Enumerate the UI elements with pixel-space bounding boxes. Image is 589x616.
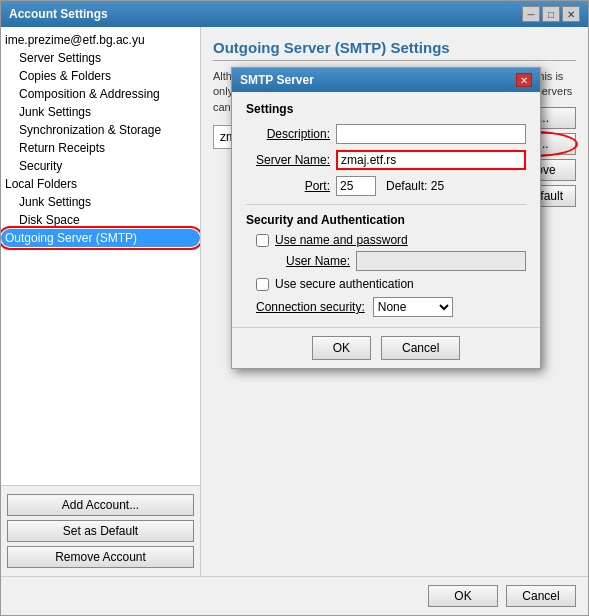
account-settings-window: Account Settings ─ □ ✕ ime.prezime@etf.b… — [0, 0, 589, 616]
default-port-label: Default: 25 — [386, 179, 444, 193]
connection-security-row: Connection security: None STARTTLS SSL/T… — [246, 297, 526, 317]
sidebar-item-junk-settings-2[interactable]: Junk Settings — [1, 193, 200, 211]
use-name-password-checkbox[interactable] — [256, 234, 269, 247]
account-label: ime.prezime@etf.bg.ac.yu — [5, 33, 145, 47]
dialog-footer: OK Cancel — [232, 327, 540, 368]
user-name-label: User Name: — [266, 254, 356, 268]
sidebar-item-local-folders[interactable]: Local Folders — [1, 175, 200, 193]
sidebar-item-sync-storage[interactable]: Synchronization & Storage — [1, 121, 200, 139]
port-label: Port: — [246, 179, 336, 193]
title-bar: Account Settings ─ □ ✕ — [1, 1, 588, 27]
settings-section-title: Settings — [246, 102, 526, 116]
sidebar-item-disk-space[interactable]: Disk Space — [1, 211, 200, 229]
sidebar-footer: Add Account... Set as Default Remove Acc… — [1, 485, 200, 576]
user-name-input[interactable] — [356, 251, 526, 271]
use-secure-auth-label: Use secure authentication — [275, 277, 414, 291]
dialog-cancel-button[interactable]: Cancel — [381, 336, 460, 360]
sidebar-container: ime.prezime@etf.bg.ac.yu Server Settings… — [1, 27, 201, 576]
ok-button[interactable]: OK — [428, 585, 498, 607]
add-account-button[interactable]: Add Account... — [7, 494, 194, 516]
smtp-dialog: SMTP Server ✕ Settings Description: Serv… — [231, 67, 541, 369]
port-input[interactable] — [336, 176, 376, 196]
cancel-button[interactable]: Cancel — [506, 585, 576, 607]
sidebar-tree: ime.prezime@etf.bg.ac.yu Server Settings… — [1, 27, 200, 485]
sidebar-item-security[interactable]: Security — [1, 157, 200, 175]
use-secure-auth-checkbox[interactable] — [256, 278, 269, 291]
security-section-title: Security and Authentication — [246, 213, 526, 227]
dialog-title: SMTP Server — [240, 73, 314, 87]
connection-security-label: Connection security: — [256, 300, 365, 314]
sidebar-item-composition[interactable]: Composition & Addressing — [1, 85, 200, 103]
description-row: Description: — [246, 124, 526, 144]
minimize-button[interactable]: ─ — [522, 6, 540, 22]
close-button[interactable]: ✕ — [562, 6, 580, 22]
panel-title: Outgoing Server (SMTP) Settings — [213, 39, 576, 61]
sidebar-item-account[interactable]: ime.prezime@etf.bg.ac.yu — [1, 31, 200, 49]
user-name-row: User Name: — [246, 251, 526, 271]
section-divider — [246, 204, 526, 205]
window-controls: ─ □ ✕ — [522, 6, 580, 22]
sidebar-item-junk-settings[interactable]: Junk Settings — [1, 103, 200, 121]
window-footer: OK Cancel — [1, 576, 588, 615]
connection-security-select[interactable]: None STARTTLS SSL/TLS — [373, 297, 453, 317]
main-content: Outgoing Server (SMTP) Settings Although… — [201, 27, 588, 576]
use-name-password-row: Use name and password — [246, 233, 526, 247]
window-body: ime.prezime@etf.bg.ac.yu Server Settings… — [1, 27, 588, 576]
port-row: Port: Default: 25 — [246, 176, 526, 196]
sidebar-item-return-receipts[interactable]: Return Receipts — [1, 139, 200, 157]
dialog-title-bar: SMTP Server ✕ — [232, 68, 540, 92]
description-input[interactable] — [336, 124, 526, 144]
sidebar-item-server-settings[interactable]: Server Settings — [1, 49, 200, 67]
use-secure-auth-row: Use secure authentication — [246, 277, 526, 291]
set-default-button[interactable]: Set as Default — [7, 520, 194, 542]
remove-account-button[interactable]: Remove Account — [7, 546, 194, 568]
dialog-ok-button[interactable]: OK — [312, 336, 371, 360]
use-name-password-label: Use name and password — [275, 233, 408, 247]
window-title: Account Settings — [9, 7, 108, 21]
description-label: Description: — [246, 127, 336, 141]
dialog-body: Settings Description: Server Name: Port: — [232, 92, 540, 327]
maximize-button[interactable]: □ — [542, 6, 560, 22]
sidebar-item-copies-folders[interactable]: Copies & Folders — [1, 67, 200, 85]
sidebar-item-outgoing-smtp[interactable]: Outgoing Server (SMTP) — [1, 229, 200, 247]
server-name-row: Server Name: — [246, 150, 526, 170]
server-name-input[interactable] — [336, 150, 526, 170]
server-name-label: Server Name: — [246, 153, 336, 167]
dialog-close-button[interactable]: ✕ — [516, 73, 532, 87]
